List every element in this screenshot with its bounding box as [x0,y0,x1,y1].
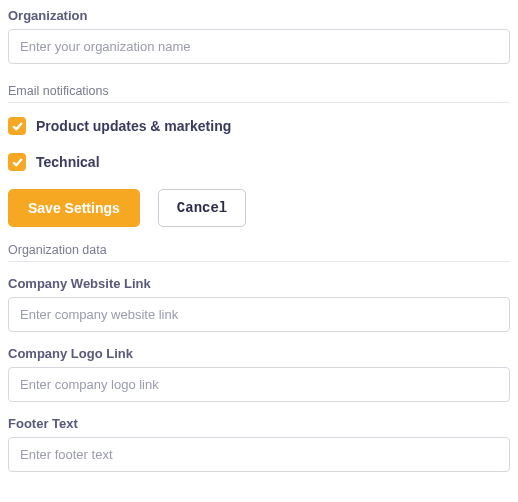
checkmark-icon [12,157,23,168]
footer-text-input[interactable] [8,437,510,472]
checkmark-icon [12,121,23,132]
organization-data-section-title: Organization data [8,237,510,262]
product-updates-checkbox[interactable] [8,117,26,135]
save-settings-button[interactable]: Save Settings [8,189,140,227]
settings-button-row: Save Settings Cancel [8,189,510,227]
company-logo-input[interactable] [8,367,510,402]
company-website-field-group: Company Website Link [8,276,510,332]
technical-label: Technical [36,154,100,170]
organization-label: Organization [8,8,510,23]
footer-text-field-group: Footer Text [8,416,510,472]
product-updates-label: Product updates & marketing [36,118,231,134]
checkbox-row-technical: Technical [8,153,510,171]
company-logo-field-group: Company Logo Link [8,346,510,402]
technical-checkbox[interactable] [8,153,26,171]
cancel-button[interactable]: Cancel [158,189,246,227]
company-logo-label: Company Logo Link [8,346,510,361]
email-notifications-section-title: Email notifications [8,78,510,103]
footer-text-label: Footer Text [8,416,510,431]
company-website-input[interactable] [8,297,510,332]
organization-field-group: Organization [8,8,510,64]
company-website-label: Company Website Link [8,276,510,291]
organization-input[interactable] [8,29,510,64]
checkbox-row-product-updates: Product updates & marketing [8,117,510,135]
